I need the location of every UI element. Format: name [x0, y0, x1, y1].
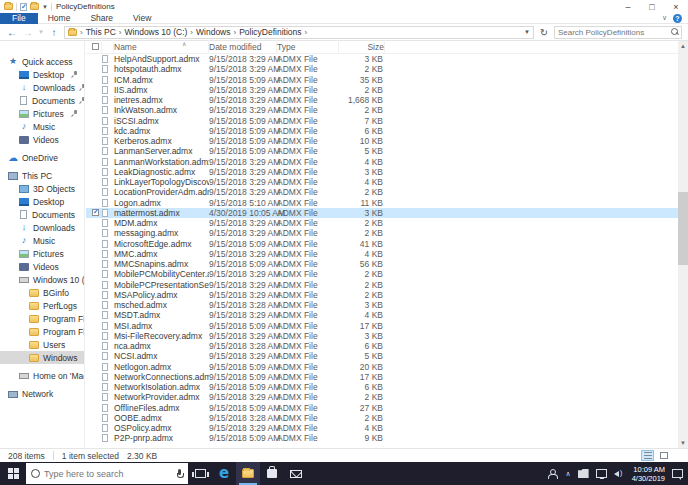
table-row[interactable]: nca.admx 9/15/2018 3:28 AM ADMX File 6 K…	[86, 341, 678, 351]
sidebar-item-windows[interactable]: Windows	[0, 351, 84, 364]
vertical-scrollbar[interactable]: ▲ ▼	[678, 41, 688, 448]
sidebar-item-program-files-x86-[interactable]: Program Files (x86)	[0, 325, 84, 338]
table-row[interactable]: OOBE.admx 9/15/2018 3:28 AM ADMX File 2 …	[86, 413, 678, 423]
row-checkbox[interactable]	[86, 199, 102, 206]
taskbar-search-input[interactable]	[44, 469, 172, 479]
row-checkbox[interactable]	[86, 302, 102, 309]
mail-button[interactable]	[284, 462, 308, 485]
breadcrumb-this-pc[interactable]: This PC	[86, 27, 116, 37]
table-row[interactable]: LeakDiagnostic.admx 9/15/2018 3:29 AM AD…	[86, 167, 678, 177]
sidebar-item-music[interactable]: Music	[0, 120, 84, 133]
row-checkbox[interactable]	[86, 261, 102, 268]
table-row[interactable]: P2P-pnrp.admx 9/15/2018 5:09 AM ADMX Fil…	[86, 433, 678, 443]
row-checkbox[interactable]	[86, 97, 102, 104]
search-box[interactable]	[554, 26, 682, 39]
row-checkbox[interactable]	[86, 250, 102, 257]
table-row[interactable]: iSCSI.admx 9/15/2018 5:09 AM ADMX File 7…	[86, 116, 678, 126]
table-row[interactable]: MSDT.admx 9/15/2018 3:29 AM ADMX File 4 …	[86, 310, 678, 320]
table-row[interactable]: msched.admx 9/15/2018 3:28 AM ADMX File …	[86, 300, 678, 310]
table-row[interactable]: Netlogon.admx 9/15/2018 5:09 AM ADMX Fil…	[86, 362, 678, 372]
row-checkbox[interactable]	[86, 435, 102, 442]
sidebar-item-network[interactable]: Network	[0, 387, 84, 400]
row-checkbox[interactable]	[86, 56, 102, 63]
table-row[interactable]: IIS.admx 9/15/2018 3:29 AM ADMX File 2 K…	[86, 85, 678, 95]
row-checkbox[interactable]	[86, 76, 102, 83]
row-checkbox[interactable]	[86, 312, 102, 319]
properties-button[interactable]	[20, 3, 27, 11]
close-button[interactable]: ×	[664, 0, 688, 13]
table-row[interactable]: MMCSnapins.admx 9/15/2018 5:09 AM ADMX F…	[86, 259, 678, 269]
table-row[interactable]: HelpAndSupport.admx 9/15/2018 3:29 AM AD…	[86, 54, 678, 64]
tab-share[interactable]: Share	[80, 13, 123, 23]
tray-volume-icon[interactable]	[614, 469, 625, 478]
row-checkbox[interactable]	[86, 281, 102, 288]
table-row[interactable]: NetworkConnections.admx 9/15/2018 5:09 A…	[86, 372, 678, 382]
table-row[interactable]: inetres.admx 9/15/2018 3:29 AM ADMX File…	[86, 95, 678, 105]
show-hidden-icons-chevron-icon[interactable]: ∧	[566, 470, 571, 478]
table-row[interactable]: OSPolicy.admx 9/15/2018 3:29 AM ADMX Fil…	[86, 423, 678, 433]
row-checkbox[interactable]	[86, 322, 102, 329]
row-checkbox[interactable]	[86, 179, 102, 186]
back-button[interactable]: ←	[6, 27, 18, 38]
table-row[interactable]: NetworkIsolation.admx 9/15/2018 5:09 AM …	[86, 382, 678, 392]
sidebar-item-downloads[interactable]: Downloads	[0, 81, 84, 94]
sidebar-item-pictures[interactable]: Pictures	[0, 247, 84, 260]
table-row[interactable]: messaging.admx 9/15/2018 3:29 AM ADMX Fi…	[86, 228, 678, 238]
address-bar[interactable]: › This PC › Windows 10 (C:) › Windows › …	[64, 26, 534, 39]
row-checkbox[interactable]	[86, 425, 102, 432]
new-folder-button[interactable]	[30, 3, 39, 10]
row-checkbox[interactable]	[86, 230, 102, 237]
table-row[interactable]: NCSI.admx 9/15/2018 3:29 AM ADMX File 5 …	[86, 351, 678, 361]
details-view-button[interactable]	[641, 450, 654, 461]
taskbar-search-box[interactable]	[26, 463, 188, 484]
row-checkbox[interactable]	[86, 127, 102, 134]
row-checkbox[interactable]	[86, 394, 102, 401]
row-checkbox[interactable]	[86, 168, 102, 175]
table-row[interactable]: LanmanWorkstation.admx 9/15/2018 3:29 AM…	[86, 157, 678, 167]
row-checkbox[interactable]	[86, 148, 102, 155]
table-row[interactable]: MobilePCMobilityCenter.admx 9/15/2018 3:…	[86, 269, 678, 279]
sidebar-item-desktop[interactable]: Desktop	[0, 195, 84, 208]
scroll-down-icon[interactable]: ▼	[678, 438, 688, 448]
edge-button[interactable]: e	[212, 462, 236, 485]
row-checkbox[interactable]	[86, 107, 102, 114]
row-checkbox[interactable]	[86, 291, 102, 298]
table-row[interactable]: InkWatson.admx 9/15/2018 3:29 AM ADMX Fi…	[86, 105, 678, 115]
sidebar-item-videos[interactable]: Videos	[0, 260, 84, 273]
sidebar-item-bginfo[interactable]: BGinfo	[0, 286, 84, 299]
sidebar-item-windows-10-c-[interactable]: Windows 10 (C:)	[0, 273, 84, 286]
row-checkbox[interactable]	[86, 373, 102, 380]
start-button[interactable]	[0, 462, 26, 485]
refresh-icon[interactable]: ↻	[538, 27, 550, 38]
sidebar-item-home-on-mac-z-[interactable]: Home on 'Mac' (Z:)	[0, 369, 84, 382]
sidebar-item-this-pc[interactable]: This PC	[0, 169, 84, 182]
row-checkbox[interactable]	[86, 353, 102, 360]
expand-ribbon-chevron-icon[interactable]: ∨	[662, 14, 667, 22]
scrollbar-thumb[interactable]	[678, 192, 688, 265]
table-row[interactable]: MSAPolicy.admx 9/15/2018 3:29 AM ADMX Fi…	[86, 290, 678, 300]
tray-network-icon[interactable]	[596, 469, 607, 478]
large-icons-view-button[interactable]	[657, 450, 670, 461]
table-row[interactable]: NetworkProvider.admx 9/15/2018 3:29 AM A…	[86, 392, 678, 402]
sidebar-item-music[interactable]: Music	[0, 234, 84, 247]
sidebar-item-users[interactable]: Users	[0, 338, 84, 351]
row-checkbox[interactable]	[86, 117, 102, 124]
table-row[interactable]: OfflineFiles.admx 9/15/2018 5:09 AM ADMX…	[86, 403, 678, 413]
sidebar-item-3d-objects[interactable]: 3D Objects	[0, 182, 84, 195]
table-row[interactable]: MSI.admx 9/15/2018 5:09 AM ADMX File 17 …	[86, 321, 678, 331]
sidebar-item-documents[interactable]: Documents	[0, 208, 84, 221]
row-checkbox[interactable]	[86, 404, 102, 411]
name-column-header[interactable]: Name	[114, 40, 209, 53]
select-all-checkbox[interactable]	[86, 40, 102, 53]
row-checkbox[interactable]	[86, 240, 102, 247]
taskbar-clock[interactable]: 10:09 AM 4/30/2019	[632, 465, 665, 483]
breadcrumb-windows[interactable]: Windows	[196, 27, 230, 37]
row-checkbox[interactable]	[86, 220, 102, 227]
table-row[interactable]: LinkLayerTopologyDiscovery.admx 9/15/201…	[86, 177, 678, 187]
size-column-header[interactable]: Size	[339, 40, 385, 53]
tray-folder-icon[interactable]	[578, 469, 589, 478]
table-row[interactable]: MicrosoftEdge.admx 9/15/2018 5:09 AM ADM…	[86, 239, 678, 249]
up-button[interactable]: ↑	[48, 27, 60, 38]
forward-button[interactable]: →	[22, 27, 34, 38]
sidebar-item-downloads[interactable]: Downloads	[0, 221, 84, 234]
